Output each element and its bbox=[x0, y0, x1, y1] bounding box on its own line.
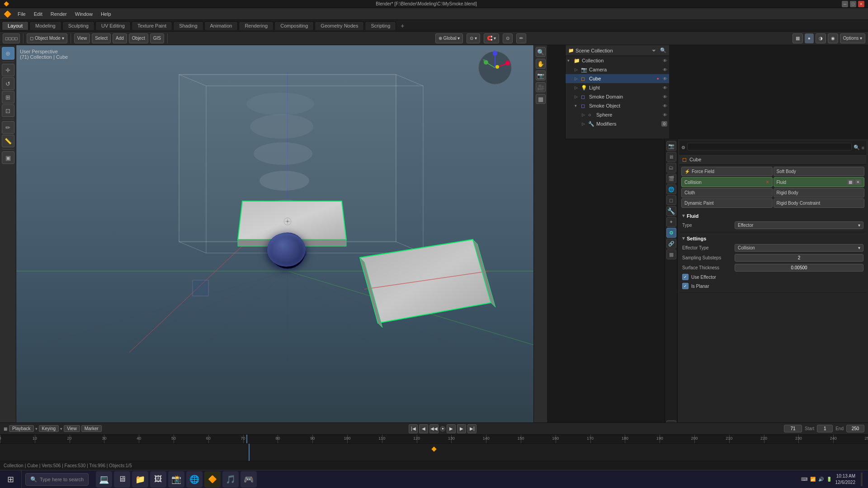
taskbar-extra[interactable]: 🎵 bbox=[222, 471, 239, 488]
tool-measure[interactable]: 📏 bbox=[2, 135, 14, 147]
taskbar-browser[interactable]: 🌐 bbox=[186, 471, 203, 488]
surface-value[interactable]: 0.00500 bbox=[735, 264, 863, 272]
props-filter-icon[interactable]: ≡ bbox=[862, 145, 864, 150]
menu-file[interactable]: File bbox=[14, 10, 29, 18]
taskbar-folder[interactable]: 📁 bbox=[132, 471, 148, 488]
prop-icon-world[interactable]: 🌐 bbox=[666, 184, 676, 194]
vp-nav-orbit[interactable]: 📷 bbox=[536, 70, 546, 80]
toolbar-icon-group[interactable]: ◻◻◻◻ bbox=[3, 33, 20, 43]
vp-nav-grid[interactable]: ▦ bbox=[536, 94, 546, 104]
fluid-btn-b[interactable]: ✕ bbox=[855, 179, 861, 185]
play-reverse-btn[interactable]: ◀◀ bbox=[429, 424, 439, 433]
prop-icon-data[interactable]: ▦ bbox=[666, 249, 676, 259]
tool-add[interactable]: ▣ bbox=[2, 151, 14, 164]
proportional-edit[interactable]: ⊙ bbox=[503, 33, 513, 43]
use-effector-checkbox[interactable]: ✓ bbox=[682, 274, 689, 280]
outliner-item-smoke-domain[interactable]: ▷ ◻ Smoke Domain 👁 bbox=[566, 92, 669, 101]
tool-cursor[interactable]: ⊕ bbox=[2, 47, 14, 60]
tool-annotate[interactable]: ✏ bbox=[2, 121, 14, 134]
viewport-shading-solid[interactable]: ● bbox=[805, 33, 814, 43]
viewport-options-btn[interactable]: Options ▾ bbox=[840, 33, 865, 43]
start-frame-input[interactable] bbox=[817, 425, 833, 432]
light-eye[interactable]: 👁 bbox=[663, 85, 667, 90]
props-search-icon[interactable]: 🔍 bbox=[854, 145, 860, 150]
tool-rotate[interactable]: ↺ bbox=[2, 77, 14, 90]
annotation-tool[interactable]: ✏ bbox=[516, 33, 526, 43]
sphere-eye[interactable]: 👁 bbox=[663, 113, 667, 117]
props-search-input[interactable] bbox=[687, 143, 852, 150]
physics-dynamic-paint[interactable]: Dynamic Paint bbox=[681, 198, 773, 208]
tab-geometry-nodes[interactable]: Geometry Nodes bbox=[315, 21, 364, 30]
taskbar-cmd[interactable]: 🖥 bbox=[114, 471, 130, 488]
settings-section-title[interactable]: ▾ Settings bbox=[681, 234, 864, 243]
cube-eye[interactable]: 👁 bbox=[663, 76, 667, 81]
add-menu[interactable]: Add bbox=[113, 33, 127, 43]
prop-icon-physics[interactable]: ⚙ bbox=[666, 228, 676, 238]
physics-soft-body[interactable]: Soft Body bbox=[774, 167, 865, 176]
tab-sculpting[interactable]: Sculpting bbox=[62, 21, 94, 30]
physics-rigid-body-constraint[interactable]: Rigid Body Constraint bbox=[774, 198, 865, 208]
taskbar-search-box[interactable]: 🔍 Type here to search bbox=[25, 473, 89, 486]
menu-render[interactable]: Render bbox=[47, 10, 71, 18]
view-btn[interactable]: View bbox=[64, 425, 80, 432]
fluid-type-dropdown[interactable]: Effector ▾ bbox=[735, 221, 863, 229]
prop-icon-scene[interactable]: 🎬 bbox=[666, 174, 676, 183]
taskbar-blender-icon[interactable]: 🔶 bbox=[204, 471, 221, 488]
outliner-item-light[interactable]: ▷ 💡 Light 👁 bbox=[566, 83, 669, 92]
outliner-item-cube[interactable]: ▷ ◻ Cube ● 👁 bbox=[566, 74, 669, 83]
outliner-item-camera[interactable]: ▷ 📷 Camera 👁 bbox=[566, 65, 669, 74]
add-workspace-button[interactable]: + bbox=[397, 21, 408, 31]
prop-icon-particles[interactable]: ✦ bbox=[666, 217, 676, 227]
collision-remove-icon[interactable]: ✕ bbox=[766, 180, 769, 184]
axis-gizmo[interactable]: X Y Z bbox=[477, 50, 513, 86]
object-menu[interactable]: Object bbox=[129, 33, 148, 43]
tool-scale[interactable]: ⊞ bbox=[2, 91, 14, 103]
tab-shading[interactable]: Shading bbox=[173, 21, 203, 30]
playback-menu[interactable]: ▦ bbox=[4, 427, 8, 431]
end-frame-input[interactable] bbox=[846, 425, 864, 432]
vp-nav-camera[interactable]: 🎥 bbox=[536, 82, 546, 92]
physics-collision[interactable]: Collision ✕ bbox=[681, 177, 773, 187]
outliner-item-smoke-object[interactable]: ▾ ◻ Smoke Object 👁 bbox=[566, 101, 669, 110]
tab-compositing[interactable]: Compositing bbox=[274, 21, 314, 30]
taskbar-file-explorer[interactable]: 💻 bbox=[96, 471, 112, 488]
vp-nav-pan[interactable]: ✋ bbox=[536, 59, 546, 69]
maximize-button[interactable]: □ bbox=[850, 1, 856, 7]
tab-uv-editing[interactable]: UV Editing bbox=[95, 21, 131, 30]
frame-ruler[interactable]: 0102030405060708090100110120130140150160… bbox=[0, 435, 868, 444]
tray-icon-1[interactable]: ⌨ bbox=[801, 477, 807, 482]
prop-icon-output[interactable]: 🖥 bbox=[666, 152, 676, 162]
camera-eye[interactable]: 👁 bbox=[663, 67, 667, 72]
prop-icon-constraints[interactable]: 🔗 bbox=[666, 239, 676, 249]
system-clock[interactable]: 10:13 AM 12/6/2022 bbox=[835, 473, 856, 486]
tab-animation[interactable]: Animation bbox=[204, 21, 238, 30]
prop-icon-render[interactable]: 📷 bbox=[666, 141, 676, 151]
record-btn[interactable]: ● bbox=[440, 426, 445, 432]
mode-selector[interactable]: ◻ Object Mode ▾ bbox=[27, 33, 67, 43]
gis-menu[interactable]: GIS bbox=[150, 33, 164, 43]
tray-icon-4[interactable]: 🔋 bbox=[826, 477, 832, 482]
outliner-item-collection[interactable]: ▾ 📁 Collection 👁 bbox=[566, 56, 669, 65]
tray-icon-3[interactable]: 🔊 bbox=[818, 477, 824, 482]
outliner-filter[interactable]: ⏷ bbox=[651, 48, 656, 53]
viewport-shading-wire[interactable]: ▦ bbox=[793, 33, 803, 43]
outliner-search[interactable]: 🔍 bbox=[660, 47, 666, 53]
taskbar-photos[interactable]: 📸 bbox=[168, 471, 184, 488]
vp-nav-zoom[interactable]: 🔍 bbox=[536, 47, 546, 57]
tool-move[interactable]: ✛ bbox=[2, 64, 14, 76]
global-selector[interactable]: ⊕ Global ▾ bbox=[435, 33, 463, 43]
physics-cloth[interactable]: Cloth bbox=[681, 188, 773, 197]
play-btn[interactable]: ▶ bbox=[447, 424, 456, 433]
menu-edit[interactable]: Edit bbox=[30, 10, 46, 18]
transform-pivot[interactable]: ⊙ ▾ bbox=[467, 33, 480, 43]
tab-layout[interactable]: Layout bbox=[2, 21, 28, 30]
jump-end-btn[interactable]: ▶| bbox=[467, 424, 476, 433]
jump-start-btn[interactable]: |◀ bbox=[409, 424, 418, 433]
tab-scripting[interactable]: Scripting bbox=[365, 21, 396, 30]
prop-icon-modifiers[interactable]: 🔧 bbox=[666, 206, 676, 216]
fluid-btn-a[interactable]: ▦ bbox=[847, 179, 854, 185]
select-menu[interactable]: Select bbox=[92, 33, 111, 43]
view-menu[interactable]: View bbox=[74, 33, 90, 43]
start-button[interactable]: ⊞ bbox=[0, 470, 22, 488]
is-planar-checkbox[interactable]: ✓ bbox=[682, 283, 689, 289]
